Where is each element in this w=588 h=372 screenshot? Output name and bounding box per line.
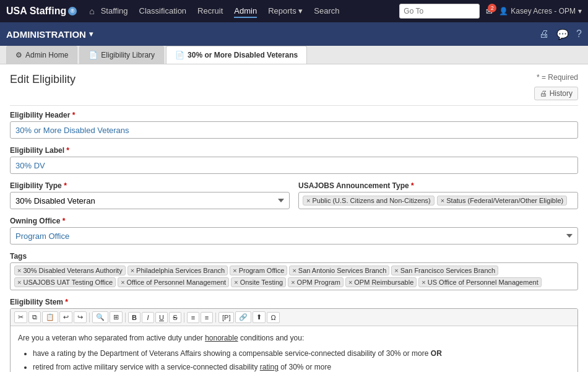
- nav-links: Staffing Classification Recruit Admin Re…: [101, 5, 400, 18]
- rte-undo[interactable]: ↩: [59, 311, 72, 323]
- usajobs-announcement-box[interactable]: × Public (U.S. Citizens and Non-Citizens…: [298, 192, 578, 209]
- user-info[interactable]: 👤 Kasey Acres - OPM ▾: [499, 7, 582, 15]
- rte-redo[interactable]: ↪: [74, 311, 87, 323]
- ann-tag-close-2[interactable]: ×: [441, 197, 444, 204]
- chat-icon[interactable]: 💬: [556, 28, 569, 40]
- tab-admin-home[interactable]: ⚙ Admin Home: [6, 46, 77, 64]
- usajobs-type-label: USAJOBS Announcement Type *: [298, 181, 578, 190]
- home-icon[interactable]: ⌂: [89, 6, 94, 16]
- eligibility-stem-group: Eligibility Stem * ✂ ⧉ 📋 ↩ ↪ 🔍 ⊞ B I U S…: [10, 298, 578, 372]
- rte-ul[interactable]: ≡: [201, 312, 213, 323]
- brand-logo: USA Staffing®: [6, 6, 77, 17]
- nav-admin[interactable]: Admin: [234, 5, 257, 18]
- rte-select-all[interactable]: ⊞: [110, 311, 123, 323]
- type-row: Eligibility Type * 30% Disabled Veteran …: [10, 181, 578, 217]
- rte-italic[interactable]: I: [142, 312, 154, 323]
- doc-icon-1: 📄: [89, 51, 98, 59]
- rte-divider-1: [89, 313, 90, 322]
- tab-eligibility-library[interactable]: 📄 Eligibility Library: [79, 46, 164, 64]
- rte-paste[interactable]: 📋: [42, 311, 58, 323]
- tag-9: ×OPM Program: [288, 277, 344, 287]
- eligibility-type-label: Eligibility Type *: [10, 181, 290, 190]
- nav-staffing[interactable]: Staffing: [101, 5, 128, 18]
- owning-office-label: Owning Office *: [10, 217, 578, 225]
- eligibility-label-group: Eligibility Label *: [10, 146, 578, 174]
- rte-toolbar: ✂ ⧉ 📋 ↩ ↪ 🔍 ⊞ B I U S ≡ ≡ [P] 🔗 ⬆: [11, 309, 577, 326]
- eligibility-header-group: Eligibility Header *: [10, 111, 578, 139]
- rte-paragraph[interactable]: [P]: [218, 312, 234, 323]
- admin-chevron[interactable]: ▾: [89, 30, 93, 38]
- eligibility-header-input[interactable]: [10, 121, 578, 139]
- rte-content-area[interactable]: Are you a veteran who separated from act…: [11, 326, 577, 372]
- gear-icon: ⚙: [15, 51, 22, 59]
- eligibility-type-select[interactable]: 30% Disabled Veteran: [10, 192, 290, 209]
- eligibility-type-select-wrapper: 30% Disabled Veteran: [10, 192, 290, 209]
- page-header: Edit Eligibility * = Required 🖨 History: [10, 73, 578, 100]
- admin-title-text: ADMINISTRATION: [6, 29, 86, 40]
- eligibility-header-label: Eligibility Header *: [10, 111, 578, 119]
- rte-ol[interactable]: ≡: [187, 312, 199, 323]
- sub-nav: ADMINISTRATION ▾ 🖨 💬 ?: [0, 22, 588, 46]
- user-avatar-icon: 👤: [499, 7, 508, 15]
- rte-strikethrough[interactable]: S: [169, 312, 181, 323]
- tab-disabled-veterans[interactable]: 📄 30% or More Disabled Veterans: [166, 46, 307, 64]
- nav-recruit[interactable]: Recruit: [197, 5, 223, 18]
- tag-1: ×30% Disabled Veterans Authority: [14, 266, 126, 275]
- notification-count: 2: [488, 4, 496, 12]
- nav-right: ✉ 2 👤 Kasey Acres - OPM ▾: [399, 4, 582, 19]
- rte-image[interactable]: ⬆: [253, 311, 266, 323]
- notification-badge[interactable]: ✉ 2: [486, 7, 493, 16]
- brand-name: USA Staffing: [6, 6, 66, 17]
- rte-cut[interactable]: ✂: [14, 311, 27, 323]
- admin-title: ADMINISTRATION ▾: [6, 29, 93, 40]
- nav-reports[interactable]: Reports ▾: [268, 5, 303, 18]
- sub-nav-left: ADMINISTRATION ▾: [6, 29, 93, 40]
- tags-box[interactable]: ×30% Disabled Veterans Authority ×Philad…: [10, 262, 578, 290]
- owning-office-select-wrapper: Program Office: [10, 227, 578, 244]
- tags-label: Tags: [10, 252, 578, 261]
- rte-divider-4: [215, 313, 216, 322]
- tab-admin-home-label: Admin Home: [25, 51, 68, 59]
- help-icon[interactable]: ?: [576, 28, 582, 40]
- eligibility-type-col: Eligibility Type * 30% Disabled Veteran: [10, 181, 290, 217]
- tag-5: ×San Francisco Services Branch: [391, 266, 498, 275]
- sub-nav-right: 🖨 💬 ?: [539, 28, 582, 40]
- rte-bold[interactable]: B: [128, 312, 141, 323]
- tag-7: ×Office of Personnel Management: [118, 277, 229, 287]
- history-label: History: [550, 89, 573, 98]
- tab-eligibility-library-label: Eligibility Library: [101, 51, 155, 59]
- breadcrumb-tabs: ⚙ Admin Home 📄 Eligibility Library 📄 30%…: [0, 46, 588, 64]
- main-content: Edit Eligibility * = Required 🖨 History …: [0, 64, 588, 372]
- ann-tag-public: × Public (U.S. Citizens and Non-Citizens…: [303, 196, 435, 205]
- nav-classification[interactable]: Classification: [139, 5, 187, 18]
- tags-group: Tags ×30% Disabled Veterans Authority ×P…: [10, 252, 578, 290]
- rte-link[interactable]: 🔗: [235, 311, 251, 323]
- page-title: Edit Eligibility: [10, 73, 76, 86]
- rte-find[interactable]: 🔍: [92, 311, 108, 323]
- user-chevron: ▾: [578, 7, 582, 15]
- usajobs-type-group: USAJOBS Announcement Type * × Public (U.…: [298, 181, 578, 209]
- tab-disabled-veterans-label: 30% or More Disabled Veterans: [188, 51, 298, 59]
- eligibility-type-group: Eligibility Type * 30% Disabled Veteran: [10, 181, 290, 209]
- stem-bullet2: retired from active military service wit…: [33, 361, 570, 372]
- rte-copy[interactable]: ⧉: [28, 311, 41, 323]
- usajobs-type-col: USAJOBS Announcement Type * × Public (U.…: [298, 181, 578, 217]
- rte-underline[interactable]: U: [155, 312, 168, 323]
- history-icon: 🖨: [540, 89, 547, 98]
- eligibility-label-input[interactable]: [10, 157, 578, 174]
- owning-office-select[interactable]: Program Office: [10, 227, 578, 244]
- user-name: Kasey Acres - OPM: [511, 7, 576, 15]
- history-button[interactable]: 🖨 History: [534, 87, 578, 100]
- print-icon[interactable]: 🖨: [539, 28, 549, 40]
- eligibility-stem-label: Eligibility Stem *: [10, 298, 578, 306]
- goto-search[interactable]: [399, 4, 480, 19]
- brand-circle: ®: [68, 7, 77, 15]
- tag-3: ×Program Office: [230, 266, 287, 275]
- ann-tag-close-1[interactable]: ×: [306, 197, 310, 204]
- required-note: * = Required: [537, 73, 578, 82]
- owning-office-group: Owning Office * Program Office: [10, 217, 578, 244]
- doc-icon-2: 📄: [175, 51, 184, 59]
- rte-special-char[interactable]: Ω: [267, 312, 279, 323]
- nav-search[interactable]: Search: [314, 5, 339, 18]
- stem-bullet1: have a rating by the Department of Veter…: [33, 348, 570, 360]
